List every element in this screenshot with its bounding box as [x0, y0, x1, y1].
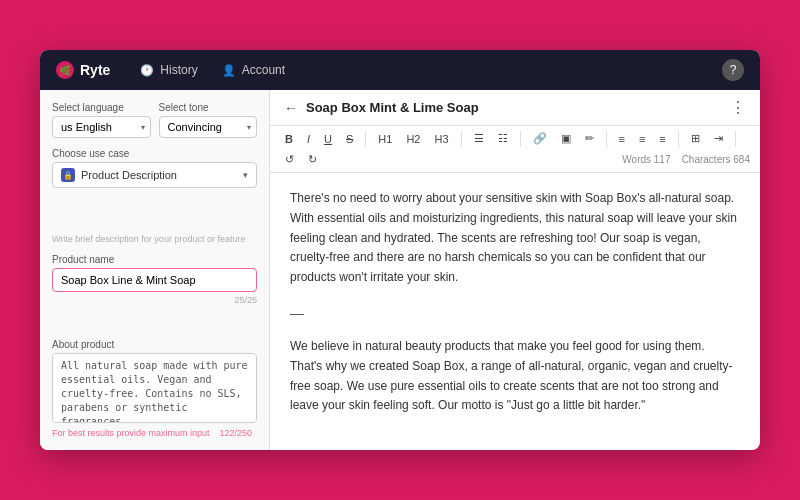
ul-button[interactable]: ☰ [469, 130, 489, 147]
underline-button[interactable]: U [319, 131, 337, 147]
bold-button[interactable]: B [280, 131, 298, 147]
paragraph-2: We believe in natural beauty products th… [290, 337, 740, 416]
main-layout: Select language us English ▾ Select tone… [40, 90, 760, 450]
ol-button[interactable]: ☷ [493, 130, 513, 147]
nav-item-history[interactable]: 🕐 History [130, 59, 207, 81]
history-label: History [160, 63, 197, 77]
h2-button[interactable]: H2 [401, 131, 425, 147]
word-count: Words 117 Characters 684 [622, 154, 750, 165]
language-select-wrapper: us English ▾ [52, 116, 151, 138]
paragraph-1: There's no need to worry about your sens… [290, 189, 740, 288]
toolbar-sep-2 [461, 131, 462, 147]
tone-group: Select tone Convincing ▾ [159, 102, 258, 138]
image-button[interactable]: ▣ [556, 130, 576, 147]
undo-button[interactable]: ↺ [280, 151, 299, 168]
h3-button[interactable]: H3 [429, 131, 453, 147]
account-icon: 👤 [222, 64, 236, 77]
language-group: Select language us English ▾ [52, 102, 151, 138]
about-helper: For best results provide maximum input 1… [52, 428, 257, 438]
product-name-input[interactable] [52, 268, 257, 292]
product-name-group: Product name 25/25 [52, 254, 257, 330]
content-header: ← Soap Box Mint & Lime Soap ⋮ [270, 90, 760, 126]
toolbar-sep-5 [678, 131, 679, 147]
use-case-group: Choose use case 🔒 Product Description ▾ [52, 148, 257, 224]
account-label: Account [242, 63, 285, 77]
editor-toolbar: B I U S H1 H2 H3 ☰ ☷ 🔗 ▣ ✏ ≡ ≡ ≡ ⊞ [270, 126, 760, 173]
help-button[interactable]: ? [722, 59, 744, 81]
words-label: Words 117 [622, 154, 670, 165]
language-select[interactable]: us English [52, 116, 151, 138]
link-button[interactable]: 🔗 [528, 130, 552, 147]
history-icon: 🕐 [140, 64, 154, 77]
align-left-button[interactable]: ≡ [614, 131, 630, 147]
tone-label: Select tone [159, 102, 258, 113]
redo-button[interactable]: ↻ [303, 151, 322, 168]
product-name-label: Product name [52, 254, 257, 265]
nav-item-account[interactable]: 👤 Account [212, 59, 295, 81]
highlight-button[interactable]: ✏ [580, 130, 599, 147]
product-name-char-count: 25/25 [52, 295, 257, 305]
divider: — [290, 302, 740, 325]
use-case-chevron-icon: ▾ [243, 170, 248, 180]
toolbar-sep-3 [520, 131, 521, 147]
italic-button[interactable]: I [302, 131, 315, 147]
use-case-select[interactable]: 🔒 Product Description ▾ [52, 162, 257, 188]
chars-label: Characters 684 [682, 154, 750, 165]
back-arrow-icon[interactable]: ← [284, 100, 298, 116]
use-case-lock-icon: 🔒 [61, 168, 75, 182]
about-char-count-value: 122/250 [220, 428, 253, 438]
indent-button[interactable]: ⇥ [709, 130, 728, 147]
nav-logo[interactable]: 🌿 Ryte [56, 61, 110, 79]
content-area: ← Soap Box Mint & Lime Soap ⋮ B I U S H1… [270, 90, 760, 450]
h1-button[interactable]: H1 [373, 131, 397, 147]
nav-items: 🕐 History 👤 Account [130, 59, 722, 81]
content-title: Soap Box Mint & Lime Soap [306, 100, 722, 115]
more-options-icon[interactable]: ⋮ [730, 98, 746, 117]
about-label: About product [52, 339, 257, 350]
logo-text: Ryte [80, 62, 110, 78]
tone-select-wrapper: Convincing ▾ [159, 116, 258, 138]
align-right-button[interactable]: ≡ [654, 131, 670, 147]
top-nav: 🌿 Ryte 🕐 History 👤 Account ? [40, 50, 760, 90]
about-helper-text: For best results provide maximum input [52, 428, 210, 438]
use-case-label: Choose use case [52, 148, 257, 159]
about-textarea[interactable]: All natural soap made with pure essentia… [52, 353, 257, 423]
table-button[interactable]: ⊞ [686, 130, 705, 147]
tone-select[interactable]: Convincing [159, 116, 258, 138]
toolbar-sep-1 [365, 131, 366, 147]
helper-text: Write brief description for your product… [52, 234, 257, 244]
align-center-button[interactable]: ≡ [634, 131, 650, 147]
sidebar: Select language us English ▾ Select tone… [40, 90, 270, 450]
use-case-text: Product Description [81, 169, 237, 181]
about-product-group: About product All natural soap made with… [52, 339, 257, 438]
app-container: 🌿 Ryte 🕐 History 👤 Account ? Select lang [40, 50, 760, 450]
logo-icon: 🌿 [56, 61, 74, 79]
toolbar-sep-6 [735, 131, 736, 147]
strikethrough-button[interactable]: S [341, 131, 358, 147]
lang-tone-row: Select language us English ▾ Select tone… [52, 102, 257, 138]
language-label: Select language [52, 102, 151, 113]
toolbar-sep-4 [606, 131, 607, 147]
editor-area[interactable]: There's no need to worry about your sens… [270, 173, 760, 450]
